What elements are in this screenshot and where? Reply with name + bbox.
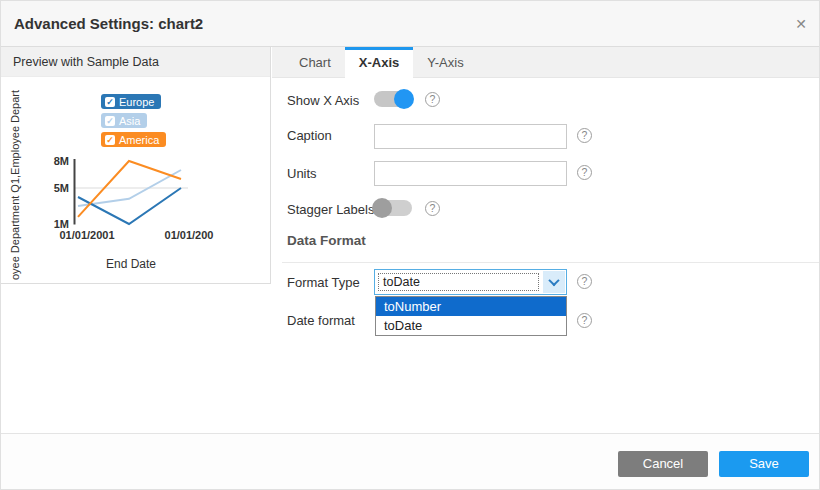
tab-chart[interactable]: Chart [285, 47, 345, 77]
checkbox-icon[interactable]: ✓ [105, 97, 115, 107]
tab-y-axis[interactable]: Y-Axis [413, 47, 477, 77]
legend-item-asia[interactable]: ✓Asia [101, 113, 147, 128]
help-icon[interactable]: ? [577, 128, 592, 143]
help-icon[interactable]: ? [577, 165, 592, 180]
section-divider [282, 262, 820, 263]
advanced-settings-dialog: Advanced Settings: chart2 ✕ Preview with… [0, 0, 820, 490]
format-type-selected-value: toDate [378, 273, 539, 291]
select-dropdown-button[interactable] [543, 271, 565, 293]
toggle-knob [372, 198, 392, 218]
x-axis-title: End Date [106, 257, 156, 271]
y-tick-label: 5M [54, 182, 69, 194]
y-tick-label: 8M [54, 155, 69, 167]
legend-item-america[interactable]: ✓America [101, 132, 166, 147]
data-format-heading: Data Format [287, 233, 366, 248]
checkbox-icon[interactable]: ✓ [105, 135, 115, 145]
show-x-axis-toggle[interactable] [374, 91, 412, 107]
tab-x-axis[interactable]: X-Axis [345, 47, 413, 78]
x-tick-label: 01/01/2001 [59, 229, 114, 241]
dropdown-option-tonumber[interactable]: toNumber [376, 297, 566, 316]
stagger-labels-toggle[interactable] [374, 200, 412, 216]
preview-header: Preview with Sample Data [1, 47, 270, 77]
save-button[interactable]: Save [719, 451, 809, 477]
legend-label: Europe [119, 96, 154, 108]
x-tick-label: 01/01/200 [165, 229, 214, 241]
chart-preview: oyee Department Q1,Employee Depart ✓Euro… [1, 77, 271, 283]
toggle-knob [394, 89, 414, 109]
caption-input[interactable] [374, 124, 567, 149]
units-input[interactable] [374, 161, 567, 186]
help-icon[interactable]: ? [577, 313, 592, 328]
legend-label: America [119, 134, 159, 146]
chevron-down-icon [548, 275, 559, 286]
dropdown-option-todate[interactable]: toDate [376, 316, 566, 335]
format-type-dropdown-list: toNumbertoDate [375, 296, 567, 336]
help-icon[interactable]: ? [425, 92, 440, 107]
dialog-title: Advanced Settings: chart2 [14, 1, 203, 47]
stagger-labels-label: Stagger Labels [287, 202, 374, 217]
format-type-label: Format Type [287, 275, 360, 290]
tab-bar: ChartX-AxisY-Axis [272, 47, 820, 78]
preview-panel: Preview with Sample Data oyee Department… [1, 47, 271, 284]
caption-label: Caption [287, 128, 332, 143]
series-line-europe [78, 188, 181, 224]
date-format-label: Date format [287, 313, 355, 328]
dialog-titlebar: Advanced Settings: chart2 ✕ [1, 1, 820, 47]
cancel-button[interactable]: Cancel [618, 451, 708, 477]
units-label: Units [287, 166, 317, 181]
legend-item-europe[interactable]: ✓Europe [101, 94, 161, 109]
help-icon[interactable]: ? [425, 201, 440, 216]
chart-legend: ✓Europe✓Asia✓America [101, 94, 166, 147]
show-x-axis-label: Show X Axis [287, 93, 359, 108]
legend-label: Asia [119, 115, 140, 127]
close-icon[interactable]: ✕ [791, 14, 811, 34]
format-type-select[interactable]: toDate [374, 269, 567, 295]
help-icon[interactable]: ? [577, 274, 592, 289]
checkbox-icon[interactable]: ✓ [105, 116, 115, 126]
